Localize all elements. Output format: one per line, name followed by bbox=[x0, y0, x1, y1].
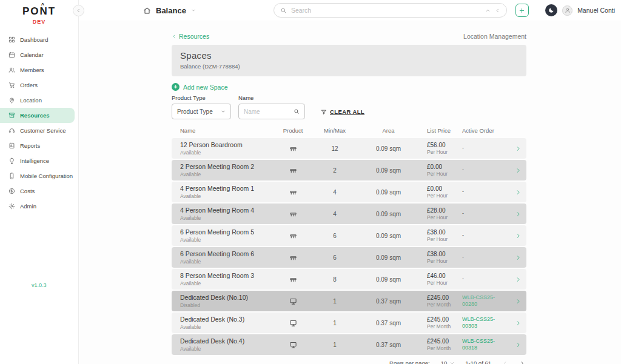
chevron-left-icon[interactable] bbox=[495, 8, 500, 13]
table-row[interactable]: 4 Person Meeting Room 4Available40.09 sq… bbox=[172, 204, 526, 224]
sidebar-item-location[interactable]: Location bbox=[0, 93, 75, 108]
resource-status: Available bbox=[180, 150, 276, 156]
active-order-link[interactable]: WLB-CSS25-00303 bbox=[458, 316, 509, 330]
global-search[interactable] bbox=[274, 3, 507, 18]
price-period: Per Hour bbox=[427, 280, 458, 286]
chevron-right-icon[interactable] bbox=[515, 254, 522, 261]
name-filter-input[interactable] bbox=[244, 108, 290, 115]
sidebar-collapse-button[interactable] bbox=[73, 5, 84, 16]
price-period: Per Hour bbox=[427, 171, 458, 177]
app-logo-text: PONT bbox=[22, 5, 56, 17]
active-order-empty: - bbox=[458, 276, 509, 282]
area-value: 0.09 sqm bbox=[360, 145, 417, 152]
back-link-resources[interactable]: Resources bbox=[172, 33, 209, 40]
resource-status: Available bbox=[180, 346, 276, 352]
spaces-card: Spaces Balance (DZM-778884) bbox=[172, 45, 526, 76]
sidebar-item-admin[interactable]: Admin bbox=[0, 199, 75, 214]
sidebar-item-costs[interactable]: Costs bbox=[0, 184, 75, 199]
sidebar-item-intelligence[interactable]: Intelligence bbox=[0, 153, 75, 168]
next-page-button[interactable] bbox=[519, 360, 525, 364]
chevron-right-icon[interactable] bbox=[515, 320, 522, 326]
location-switcher[interactable]: Balance bbox=[156, 6, 186, 15]
sidebar-item-reports[interactable]: Reports bbox=[0, 138, 75, 153]
meeting-room-icon bbox=[289, 188, 297, 196]
min-max-value: 8 bbox=[310, 276, 360, 283]
table-row[interactable]: Dedicated Desk (No.3)Available10.37 sqm£… bbox=[172, 313, 526, 333]
pagination: Rows per page: 10 1-10 of 61 bbox=[172, 360, 526, 364]
resource-name: 8 Person Meeting Room 3 bbox=[180, 272, 276, 279]
sidebar-item-mobile-configuration[interactable]: Mobile Configuration bbox=[0, 168, 75, 184]
home-icon[interactable] bbox=[143, 7, 151, 15]
chevron-right-icon[interactable] bbox=[515, 276, 522, 283]
min-max-value: 6 bbox=[310, 233, 360, 239]
table-body: 12 Person BoardroomAvailable120.09 sqm£5… bbox=[172, 138, 526, 355]
resource-name: 2 Person Meeting Room 2 bbox=[180, 163, 276, 170]
product-type-select[interactable]: Product Type bbox=[172, 104, 231, 119]
quick-add-button[interactable] bbox=[515, 4, 529, 17]
resources-icon bbox=[8, 112, 15, 119]
resource-name: Dedicated Desk (No.3) bbox=[180, 316, 276, 323]
filter-icon bbox=[321, 109, 327, 115]
sidebar-item-label: Intelligence bbox=[20, 157, 49, 164]
sidebar-item-resources[interactable]: Resources bbox=[0, 108, 75, 123]
chevron-right-icon[interactable] bbox=[515, 298, 522, 305]
moon-icon bbox=[548, 7, 554, 13]
active-order-empty: - bbox=[458, 232, 509, 239]
table-row[interactable]: 12 Person BoardroomAvailable120.09 sqm£5… bbox=[172, 138, 526, 159]
sidebar-item-orders[interactable]: Orders bbox=[0, 78, 75, 93]
sidebar-item-calendar[interactable]: Calendar bbox=[0, 47, 75, 62]
table-row[interactable]: 6 Person Meeting Room 6Available60.09 sq… bbox=[172, 247, 526, 268]
desk-icon bbox=[289, 319, 297, 327]
sidebar-item-members[interactable]: Members bbox=[0, 62, 75, 78]
table-row[interactable]: Dedicated Desk (No.10)Disabled10.37 sqm£… bbox=[172, 291, 526, 311]
customer-service-icon bbox=[8, 127, 15, 134]
sidebar-item-label: Members bbox=[20, 67, 44, 73]
meeting-room-icon bbox=[289, 167, 297, 174]
sidebar-item-customer-service[interactable]: Customer Service bbox=[0, 123, 75, 138]
avatar[interactable] bbox=[562, 5, 572, 16]
table-row[interactable]: 2 Person Meeting Room 2Available20.09 sq… bbox=[172, 160, 526, 180]
name-filter-label: Name bbox=[238, 94, 305, 101]
rows-per-page-select[interactable]: 10 bbox=[441, 360, 455, 364]
table-row[interactable]: 6 Person Meeting Room 5Available60.09 sq… bbox=[172, 225, 526, 246]
area-value: 0.09 sqm bbox=[360, 233, 417, 239]
chevron-down-icon[interactable] bbox=[191, 8, 196, 13]
resource-status: Available bbox=[180, 324, 276, 330]
chevron-right-icon[interactable] bbox=[515, 167, 522, 174]
chevron-right-icon[interactable] bbox=[515, 233, 522, 239]
active-order-link[interactable]: WLB-CSS25-00318 bbox=[458, 338, 509, 352]
table-row[interactable]: 8 Person Meeting Room 3Available80.09 sq… bbox=[172, 269, 526, 290]
active-order-link[interactable]: WLB-CSS25-00280 bbox=[458, 294, 509, 308]
chevron-right-icon[interactable] bbox=[515, 145, 522, 152]
name-filter[interactable] bbox=[238, 104, 305, 119]
chevron-right-icon[interactable] bbox=[515, 189, 522, 196]
clear-all-button[interactable]: CLEAR ALL bbox=[321, 108, 364, 119]
chevron-right-icon[interactable] bbox=[515, 342, 522, 348]
table-row[interactable]: 4 Person Meeting Room 1Available40.09 sq… bbox=[172, 182, 526, 202]
app-version: v1.0.3 bbox=[32, 282, 47, 288]
list-price: £38.00 bbox=[427, 251, 458, 257]
desk-icon bbox=[289, 297, 297, 305]
table-row[interactable]: Dedicated Desk (No.4)Available10.37 sqm£… bbox=[172, 334, 526, 355]
resource-name: 12 Person Boardroom bbox=[180, 141, 276, 148]
chevron-up-icon[interactable] bbox=[485, 8, 491, 13]
sidebar-item-label: Orders bbox=[20, 82, 38, 88]
area-value: 0.37 sqm bbox=[360, 320, 417, 326]
costs-icon bbox=[8, 188, 15, 194]
search-input[interactable] bbox=[291, 7, 481, 14]
min-max-value: 4 bbox=[310, 189, 360, 196]
sidebar-item-dashboard[interactable]: Dashboard bbox=[0, 32, 75, 47]
desk-icon bbox=[289, 341, 297, 349]
mobile-icon bbox=[8, 173, 15, 179]
previous-page-button[interactable] bbox=[502, 360, 508, 364]
add-new-space-button[interactable]: + Add new Space bbox=[172, 83, 228, 91]
reports-icon bbox=[8, 142, 15, 149]
chevron-right-icon[interactable] bbox=[515, 211, 522, 217]
list-price: £245.00 bbox=[427, 338, 458, 345]
active-order-empty: - bbox=[458, 188, 509, 195]
dark-mode-toggle[interactable] bbox=[545, 4, 557, 16]
area-value: 0.09 sqm bbox=[360, 254, 417, 261]
list-price: £0.00 bbox=[427, 164, 458, 170]
rows-per-page-value: 10 bbox=[441, 360, 448, 364]
user-name[interactable]: Manuel Conti bbox=[577, 7, 615, 14]
